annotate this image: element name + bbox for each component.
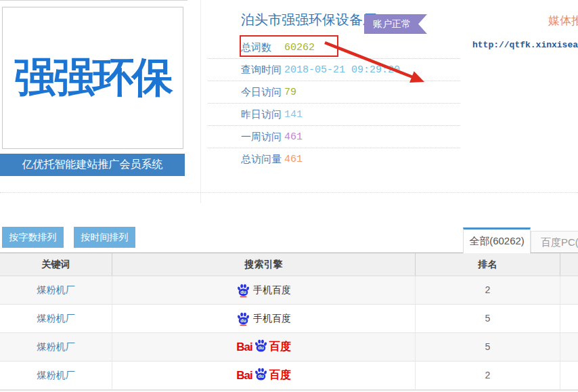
media-section-heading: 媒体推 [548,13,578,28]
svg-text:du: du [258,345,264,350]
keyword-link[interactable]: 煤粉机厂 [37,341,75,353]
stat-label: 一周访问 [241,131,284,144]
rank-cell: 2 [416,362,560,389]
baidu-logo-baidu: 百度 [269,368,291,383]
table-row: 煤粉机厂 Bai du 百度 5 [0,333,578,362]
site-url-link[interactable]: http://qtfk.xinxisea. [472,40,578,50]
stat-label: 今日访问 [241,86,284,99]
keyword-cell: 煤粉机厂 [0,276,112,304]
member-system-banner-label: 亿优托智能建站推广会员系统 [22,158,163,172]
stat-value: 461 [284,131,303,143]
extra-cell [560,276,578,304]
baidu-logo-bai: Bai [236,369,252,383]
sort-by-words-button[interactable]: 按字数排列 [2,227,64,248]
baidu-mobile-app-icon: du [236,283,250,297]
rank-value: 5 [485,313,490,324]
keyword-cell: 煤粉机厂 [0,305,112,332]
rank-value: 2 [485,285,490,296]
extra-cell [560,362,578,389]
stat-label: 昨日访问 [241,108,284,121]
table-body: 煤粉机厂 du 手机百度 2 [0,276,578,390]
rank-cell: 5 [416,333,560,361]
baidu-paw-icon: du [254,339,268,353]
stat-row: 今日访问 79 [208,81,460,104]
sort-by-time-button[interactable]: 按时间排列 [74,227,135,248]
account-stats-list: 总词数 60262 查询时间 2018-05-21 09:29:20 今日访问 … [208,37,460,171]
table-row: 煤粉机厂 Bai du 百度 2 [0,362,578,390]
engine-cell: Bai du 百度 [112,333,416,361]
column-header-extra [560,253,578,276]
rank-value: 5 [485,342,490,353]
stat-label: 总访问量 [241,153,284,166]
status-badge: 账户正常 [364,14,427,34]
stat-label: 总词数 [241,41,284,54]
baidu-paw-icon: du [254,367,268,381]
keyword-link[interactable]: 煤粉机厂 [37,313,75,325]
stat-label: 查询时间 [241,64,284,77]
keyword-cell: 煤粉机厂 [0,333,112,361]
stat-value: 60262 [284,42,315,53]
baidu-logo-bai: Bai [236,341,252,354]
stat-value: 141 [284,109,303,121]
column-header-keyword: 关键词 [0,253,112,276]
stat-value: 79 [284,87,296,98]
keyword-link[interactable]: 煤粉机厂 [37,284,75,297]
engine-cell: du 手机百度 [112,305,416,332]
stat-row: 一周访问 461 [208,126,460,148]
engine-mobile-baidu: du 手机百度 [236,311,291,326]
stat-value: 461 [284,154,303,165]
engine-pc-baidu: Bai du 百度 [236,339,290,355]
keyword-rank-table: 关键词 搜索引擎 排名 煤粉机厂 du [0,253,578,391]
stat-row: 昨日访问 141 [208,104,460,126]
engine-cell: Bai du 百度 [112,362,416,389]
rank-value: 2 [485,370,490,381]
section-divider [0,192,578,193]
tab-all[interactable]: 全部(60262) [463,227,531,253]
page: 强强环保 亿优托智能建站推广会员系统 泊头市强强环保设备厂 账户正常 总词数 6… [0,0,578,392]
rank-cell: 5 [416,305,560,332]
extra-cell [560,305,578,332]
engine-cell: du 手机百度 [112,276,416,304]
stat-row: 查询时间 2018-05-21 09:29:20 [208,59,460,81]
stat-value: 2018-05-21 09:29:20 [284,64,400,76]
stat-row: 总词数 60262 [208,37,460,59]
baidu-logo-baidu: 百度 [269,340,291,354]
member-system-banner: 亿优托智能建站推广会员系统 [0,154,185,176]
company-logo-box: 强强环保 [2,7,183,149]
page-title: 泊头市强强环保设备厂 [241,11,376,29]
svg-text:du: du [258,374,264,378]
svg-text:du: du [240,290,246,295]
engine-label: 手机百度 [253,284,291,297]
table-header-row: 关键词 搜索引擎 排名 [0,253,578,276]
engine-label: 手机百度 [253,313,291,325]
rank-cell: 2 [416,276,560,304]
engine-pc-baidu: Bai du 百度 [236,367,290,384]
partial-next-row [0,390,578,391]
top-hairline [0,0,187,1]
keyword-link[interactable]: 煤粉机厂 [37,370,75,382]
engine-tabs: 全部(60262) 百度PC(30 [463,227,578,253]
table-row: 煤粉机厂 du 手机百度 5 [0,305,578,333]
svg-text:du: du [240,318,246,323]
extra-cell [560,333,578,361]
column-header-rank: 排名 [416,253,560,276]
column-header-engine: 搜索引擎 [112,253,416,276]
company-logo-text: 强强环保 [14,50,171,106]
table-row: 煤粉机厂 du 手机百度 2 [0,276,578,305]
stat-row: 总访问量 461 [208,148,460,171]
engine-mobile-baidu: du 手机百度 [236,283,291,297]
left-column-border [200,0,201,203]
tab-baidu-pc[interactable]: 百度PC(30 [531,231,578,253]
baidu-mobile-app-icon: du [236,311,250,326]
keyword-cell: 煤粉机厂 [0,362,112,389]
